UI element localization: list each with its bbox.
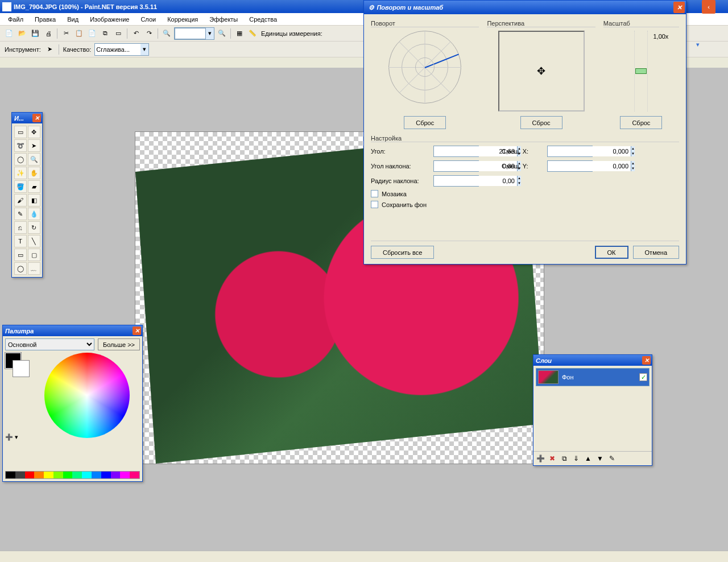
color-picker-icon[interactable]: 💧 bbox=[28, 208, 40, 220]
cut-icon[interactable]: ✂ bbox=[60, 28, 72, 39]
color-swatch[interactable] bbox=[72, 472, 82, 478]
tools-panel-header[interactable]: И... ✕ bbox=[12, 113, 42, 123]
tilt-input[interactable]: ▲▼ bbox=[433, 160, 479, 172]
undo-icon[interactable]: ↶ bbox=[130, 28, 142, 39]
pencil-icon[interactable]: ✎ bbox=[14, 208, 27, 220]
save-icon[interactable]: 💾 bbox=[30, 28, 41, 39]
menu-file[interactable]: Файл bbox=[3, 15, 28, 24]
ok-button[interactable]: ОК bbox=[595, 246, 628, 259]
wand-icon[interactable]: ✨ bbox=[14, 167, 27, 179]
primary-secondary-swatches[interactable]: ➕ ▾ bbox=[5, 353, 34, 471]
spin-up-icon[interactable]: ▲ bbox=[517, 176, 521, 181]
reset-rotate-button[interactable]: Сброс bbox=[404, 116, 446, 129]
cancel-button[interactable]: Отмена bbox=[633, 246, 679, 259]
text-icon[interactable]: T bbox=[14, 235, 27, 247]
brush-icon[interactable]: 🖌 bbox=[14, 194, 27, 206]
radius-input[interactable]: ▲▼ bbox=[433, 175, 479, 187]
menu-layers[interactable]: Слои bbox=[136, 15, 160, 24]
pan-icon[interactable]: ✋ bbox=[28, 167, 40, 179]
reset-all-button[interactable]: Сбросить все bbox=[371, 246, 434, 259]
chevron-down-icon[interactable]: ▾ bbox=[696, 41, 700, 48]
move-down-icon[interactable]: ▼ bbox=[595, 453, 605, 464]
freeform-icon[interactable]: ﹏ bbox=[28, 262, 40, 275]
clone-stamp-icon[interactable]: ⎌ bbox=[14, 221, 27, 234]
close-icon[interactable]: ✕ bbox=[133, 327, 141, 335]
ellipse-select-icon[interactable]: ◯ bbox=[14, 153, 27, 166]
color-swatch[interactable] bbox=[53, 472, 63, 478]
mdi-close-icon[interactable]: ‹ bbox=[702, 0, 715, 14]
deselect-icon[interactable]: ▭ bbox=[113, 28, 124, 39]
offset-x-input[interactable]: ▲▼ bbox=[547, 146, 593, 157]
merge-down-icon[interactable]: ⇓ bbox=[571, 453, 581, 464]
color-swatch[interactable] bbox=[82, 472, 92, 478]
spin-down-icon[interactable]: ▼ bbox=[517, 181, 521, 186]
new-icon[interactable]: 📄 bbox=[3, 28, 15, 39]
tool-picker-icon[interactable]: ➤ bbox=[44, 44, 56, 55]
layer-item[interactable]: Фон ✓ bbox=[536, 368, 650, 386]
color-wheel[interactable] bbox=[44, 353, 130, 438]
rotation-dial[interactable] bbox=[388, 31, 461, 104]
angle-input[interactable]: ▲▼ bbox=[433, 146, 479, 157]
print-icon[interactable]: 🖨 bbox=[43, 28, 54, 39]
close-icon[interactable]: ✕ bbox=[642, 356, 651, 365]
delete-layer-icon[interactable]: ✖ bbox=[547, 453, 557, 464]
color-swatch[interactable] bbox=[130, 472, 139, 478]
color-swatch[interactable] bbox=[34, 472, 44, 478]
secondary-color-swatch[interactable] bbox=[13, 361, 29, 377]
add-color-icon[interactable]: ➕ bbox=[5, 433, 13, 441]
color-mode-select[interactable]: Основной bbox=[5, 338, 94, 350]
recolor-icon[interactable]: ↻ bbox=[28, 221, 40, 234]
rectangle-select-icon[interactable]: ▭ bbox=[14, 126, 27, 138]
paste-icon[interactable]: 📄 bbox=[86, 28, 98, 39]
layer-visible-checkbox[interactable]: ✓ bbox=[639, 373, 647, 381]
gradient-icon[interactable]: ▰ bbox=[28, 180, 40, 193]
rotate-zoom-title-bar[interactable]: ⚙ Поворот и масштаб ✕ bbox=[364, 1, 686, 14]
more-button[interactable]: Больше >> bbox=[98, 338, 140, 350]
spin-down-icon[interactable]: ▼ bbox=[631, 166, 635, 171]
layer-properties-icon[interactable]: ✎ bbox=[607, 453, 617, 464]
ellipse-icon[interactable]: ◯ bbox=[14, 262, 27, 275]
color-swatch[interactable] bbox=[44, 472, 53, 478]
menu-tools[interactable]: Средства bbox=[245, 15, 282, 24]
fill-icon[interactable]: 🪣 bbox=[14, 180, 27, 193]
quality-combo[interactable] bbox=[95, 44, 140, 55]
color-swatch[interactable] bbox=[15, 472, 25, 478]
scale-slider[interactable] bbox=[634, 31, 648, 111]
crop-icon[interactable]: ⧉ bbox=[100, 28, 111, 39]
perspective-control[interactable]: ✥ bbox=[498, 31, 585, 111]
reset-scale-button[interactable]: Сброс bbox=[620, 116, 662, 129]
open-icon[interactable]: 📂 bbox=[16, 28, 28, 39]
menu-effects[interactable]: Эффекты bbox=[205, 15, 242, 24]
grid-icon[interactable]: ▦ bbox=[234, 28, 245, 39]
zoom-in-icon[interactable]: 🔍 bbox=[216, 28, 228, 39]
redo-icon[interactable]: ↷ bbox=[143, 28, 155, 39]
palette-menu-icon[interactable]: ▾ bbox=[15, 433, 18, 441]
close-icon[interactable]: ✕ bbox=[32, 114, 41, 122]
rotation-needle[interactable] bbox=[425, 53, 459, 68]
line-icon[interactable]: ╲ bbox=[28, 235, 40, 247]
eraser-icon[interactable]: ◧ bbox=[28, 194, 40, 206]
scale-slider-thumb[interactable] bbox=[635, 68, 647, 74]
offset-y-input[interactable]: ▲▼ bbox=[547, 160, 593, 172]
color-swatch[interactable] bbox=[120, 472, 130, 478]
spin-up-icon[interactable]: ▲ bbox=[631, 146, 635, 151]
quality-combo-arrow[interactable]: ▾ bbox=[140, 44, 148, 55]
color-swatch[interactable] bbox=[25, 472, 35, 478]
rectangle-icon[interactable]: ▭ bbox=[14, 249, 27, 261]
reset-perspective-button[interactable]: Сброс bbox=[520, 116, 562, 129]
add-layer-icon[interactable]: ➕ bbox=[535, 453, 545, 464]
color-swatch[interactable] bbox=[63, 472, 73, 478]
menu-image[interactable]: Изображение bbox=[85, 15, 134, 24]
color-swatch[interactable] bbox=[92, 472, 101, 478]
mosaic-checkbox[interactable] bbox=[371, 190, 378, 197]
close-icon[interactable]: ✕ bbox=[673, 2, 685, 13]
move-up-icon[interactable]: ▲ bbox=[583, 453, 593, 464]
keep-bg-checkbox[interactable] bbox=[371, 201, 378, 208]
spin-up-icon[interactable]: ▲ bbox=[631, 161, 635, 166]
move-selection-icon[interactable]: ✥ bbox=[28, 126, 40, 138]
zoom-icon[interactable]: 🔍 bbox=[28, 153, 40, 166]
duplicate-layer-icon[interactable]: ⧉ bbox=[559, 453, 569, 464]
menu-adjustments[interactable]: Коррекция bbox=[163, 15, 202, 24]
rounded-rect-icon[interactable]: ▢ bbox=[28, 249, 40, 261]
color-strip[interactable] bbox=[5, 471, 140, 479]
